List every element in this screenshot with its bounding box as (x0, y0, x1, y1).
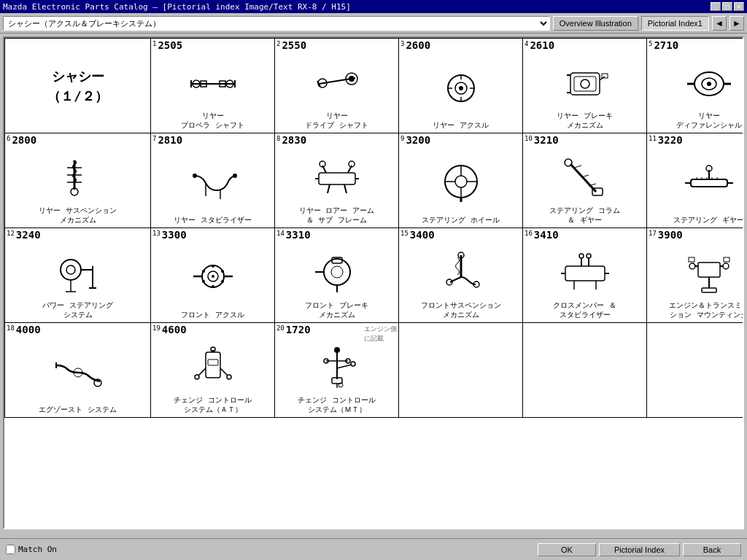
cell-note: エンジン側に記載 (364, 324, 397, 343)
grid-header-cell: シャシー（１/２） (5, 39, 151, 133)
list-item[interactable]: 16 3410 クロスメンバー ＆スタビライザー (523, 228, 647, 323)
cell-header: 2 2550 (276, 40, 306, 50)
part-image (650, 247, 744, 299)
cell-header: 15 3400 (400, 230, 435, 240)
part-icon (436, 252, 487, 295)
svg-point-91 (331, 266, 343, 278)
svg-point-73 (66, 265, 75, 274)
part-image (526, 58, 643, 109)
svg-line-59 (574, 166, 581, 168)
empty-cell (399, 323, 523, 418)
part-label: リヤー ロアー アーム＆ サブ フレーム (299, 206, 374, 225)
svg-point-72 (61, 260, 81, 280)
svg-point-84 (212, 265, 214, 268)
svg-rect-99 (565, 266, 605, 281)
part-icon (187, 346, 239, 390)
svg-rect-115 (724, 257, 729, 262)
overview-illustration-btn[interactable]: Overview Illustration (553, 16, 638, 31)
svg-line-124 (198, 368, 206, 376)
part-label: チェンジ コントロールシステム（ＭＴ） (298, 395, 375, 414)
list-item[interactable]: 2 2550 リヤードライブ シャフト (275, 39, 399, 133)
pictorial-index-btn[interactable]: Pictorial Index (599, 543, 680, 556)
part-label: エンジン＆トランスミッション マウンティング (669, 300, 745, 319)
part-image (402, 58, 519, 119)
svg-point-30 (707, 82, 711, 86)
svg-point-87 (221, 270, 224, 273)
part-label: ステアリング ギヤー (673, 215, 743, 225)
cell-header: 9 3200 (400, 135, 430, 145)
pictorial-index-btn[interactable]: Pictorial Index1 (641, 16, 709, 31)
part-image (278, 342, 395, 394)
part-icon (187, 62, 239, 106)
cell-header: 11 3220 (649, 135, 683, 145)
svg-line-125 (220, 368, 228, 376)
main-content: シャシー（１/２） 1 2505 リヤープ (3, 36, 744, 529)
cell-header: 17 3900 (649, 230, 683, 240)
list-item[interactable]: 8 2830 リヤー ロアー アーム＆ サブ フレーム (275, 133, 399, 228)
list-item[interactable]: 9 3200 ステアリング ホイール (399, 133, 523, 228)
list-item[interactable]: 13 3300 (151, 228, 275, 323)
part-image (526, 152, 643, 204)
list-item[interactable]: 3 2600 リヤー アクスル (399, 39, 523, 133)
maximize-btn[interactable]: □ (722, 2, 732, 11)
list-item[interactable]: 5 2710 リヤーディファレンシャル (647, 39, 744, 133)
svg-point-86 (202, 270, 205, 273)
svg-point-134 (351, 362, 355, 366)
list-item[interactable]: 6 2800 リヤー サスペンションメカニズム (5, 133, 151, 228)
svg-line-133 (337, 365, 352, 368)
svg-point-127 (227, 375, 231, 379)
nav-fwd-btn[interactable]: ► (729, 16, 744, 31)
svg-line-46 (344, 184, 347, 193)
part-image (8, 342, 147, 403)
match-on-checkbox[interactable] (6, 545, 15, 554)
list-item[interactable]: 20 1720 エンジン側に記載 (275, 323, 399, 418)
part-icon (436, 66, 487, 110)
titlebar: Mazda Electronic Parts Catalog – [Pictor… (0, 0, 747, 13)
list-item[interactable]: 11 3220 ステアリング (647, 133, 744, 228)
list-item[interactable]: 1 2505 リヤープロペラ シャフト (151, 39, 275, 133)
svg-point-14 (459, 86, 463, 90)
svg-point-21 (581, 79, 589, 88)
cell-header: 10 3210 (525, 135, 559, 145)
svg-point-114 (723, 263, 729, 269)
category-dropdown[interactable]: シャシー（アクスル＆ブレーキシステム） (3, 16, 550, 31)
cell-header: 20 1720 (276, 324, 311, 335)
part-label: ステアリング ホイール (422, 215, 499, 225)
list-item[interactable]: 19 4600 チェンジ コントロールシステム（ＡＴ） (151, 323, 275, 418)
part-icon (187, 161, 239, 205)
list-item[interactable]: 15 3400 フロントサスペンションメカニズム (399, 228, 523, 323)
cell-header: 3 2600 (400, 40, 430, 50)
svg-point-57 (565, 159, 572, 166)
part-image (650, 58, 744, 109)
part-icon (684, 62, 735, 106)
part-image (526, 247, 643, 299)
list-item[interactable]: 12 3240 パワー ステアリングシステム (5, 228, 151, 323)
list-item[interactable]: 7 2810 リヤー スタビライザー (151, 133, 275, 228)
close-btn[interactable]: × (734, 2, 744, 11)
part-label: リヤー アクスル (433, 120, 488, 130)
list-item[interactable]: 4 2610 リヤー ブレーキメカニズム (523, 39, 647, 133)
minimize-btn[interactable]: _ (711, 2, 721, 11)
part-image (154, 58, 271, 109)
empty-cell (647, 323, 744, 418)
part-label: リヤープロペラ シャフト (181, 111, 244, 130)
part-image (402, 152, 519, 214)
list-item[interactable]: 14 3310 フロント ブレーキメカニズム (275, 228, 399, 323)
part-image (650, 152, 744, 214)
part-label: クロスメンバー ＆スタビライザー (553, 300, 616, 319)
part-label: リヤー スタビライザー (174, 215, 251, 225)
list-item[interactable]: 10 3210 ステアリング コラム＆ ギヤー (523, 133, 647, 228)
part-label: パワー ステアリングシステム (42, 300, 112, 319)
svg-rect-123 (208, 359, 218, 365)
svg-line-56 (570, 164, 596, 192)
nav-back-btn[interactable]: ◄ (712, 16, 727, 31)
part-icon (311, 157, 363, 201)
list-item[interactable]: 18 4000 エグゾースト システム (5, 323, 151, 418)
part-icon (187, 256, 239, 300)
part-label: リヤードライブ シャフト (305, 111, 368, 130)
svg-point-113 (689, 263, 695, 269)
list-item[interactable]: 17 3900 エンジン＆トランスミッション マウン (647, 228, 744, 323)
part-icon (684, 161, 735, 205)
back-btn[interactable]: Back (683, 543, 741, 556)
ok-btn[interactable]: OK (538, 543, 596, 556)
